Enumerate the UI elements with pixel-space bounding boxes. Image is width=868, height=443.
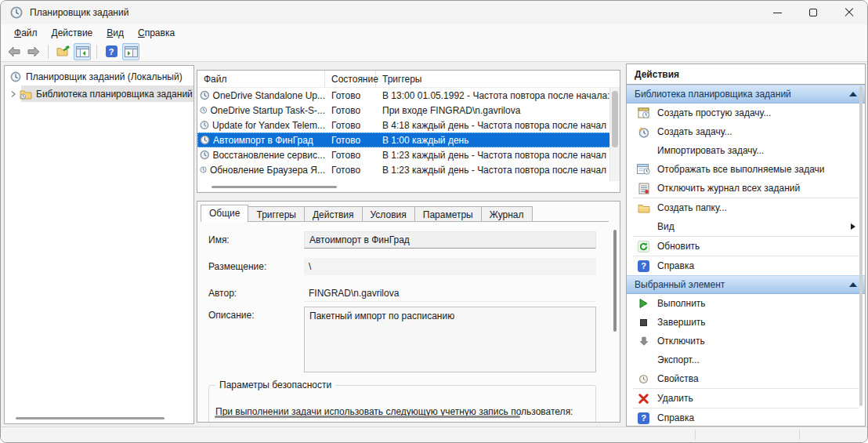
cell-file: OneDrive Startup Task-S-... — [211, 105, 326, 116]
tab-triggers[interactable]: Триггеры — [248, 206, 305, 222]
tree-item-scheduler-local[interactable]: Планировщик заданий (Локальный) — [5, 68, 193, 85]
table-row[interactable]: OneDrive Startup Task-S-... Готово При в… — [197, 103, 611, 118]
action-help[interactable]: ? Справка — [627, 256, 865, 275]
export-list-button[interactable] — [54, 43, 71, 60]
action-label: Создать простую задачу... — [657, 107, 771, 118]
menu-action[interactable]: Действие — [45, 25, 100, 41]
action-label: Отображать все выполняемые задачи — [657, 164, 825, 175]
close-icon — [844, 8, 854, 17]
menu-file[interactable]: Файл — [7, 25, 45, 41]
help-button[interactable]: ? — [103, 43, 120, 60]
actions-section-library-header[interactable]: Библиотека планировщика заданий — [627, 85, 865, 103]
author-value: FINGRAD\n.gavrilova — [304, 285, 596, 302]
action-create-basic-task[interactable]: Создать простую задачу... — [627, 103, 865, 122]
table-row[interactable]: Update for Yandex Telem... Готово В 4:18… — [197, 118, 611, 133]
action-display-running-tasks[interactable]: Отображать все выполняемые задачи — [627, 160, 865, 179]
toggle-action-pane-button[interactable] — [122, 43, 139, 60]
tab-conditions[interactable]: Условия — [362, 206, 415, 222]
no-icon — [637, 220, 650, 234]
menu-help[interactable]: Справка — [131, 25, 182, 41]
action-new-folder[interactable]: Создать папку... — [627, 198, 865, 217]
action-refresh[interactable]: Обновить — [627, 237, 865, 256]
maximize-button[interactable] — [795, 1, 831, 24]
section-header-label: Библиотека планировщика заданий — [635, 89, 791, 100]
description-label: Описание: — [208, 307, 304, 372]
column-header-file[interactable]: Файл — [197, 71, 325, 87]
task-clock-icon — [200, 120, 209, 130]
library-folder-icon — [20, 89, 33, 100]
action-create-task[interactable]: Создать задачу... — [627, 122, 865, 141]
clock-icon — [10, 71, 21, 82]
create-task-icon — [637, 125, 650, 139]
details-vertical-scrollbar[interactable] — [613, 230, 617, 332]
forward-button[interactable] — [25, 43, 42, 60]
action-disable-all-tasks-history[interactable]: Отключить журнал всех заданий — [627, 179, 865, 198]
properties-icon — [637, 372, 650, 386]
action-properties[interactable]: Свойства — [627, 369, 865, 388]
expand-chevron-icon[interactable] — [10, 90, 16, 98]
action-label: Создать папку... — [657, 202, 727, 213]
table-horizontal-scrollbar[interactable] — [212, 186, 337, 188]
actions-section-selected-item-header[interactable]: Выбранный элемент — [627, 275, 865, 294]
minimize-button[interactable] — [759, 1, 795, 24]
table-row-selected[interactable]: Автоимпорт в ФинГрад Готово В 1:00 кажды… — [197, 133, 611, 147]
scrollbar-thumb[interactable] — [612, 91, 618, 147]
action-import-task[interactable]: Импортировать задачу... — [627, 141, 865, 160]
tab-settings[interactable]: Параметры — [414, 206, 482, 222]
tree-horizontal-scrollbar[interactable] — [16, 417, 165, 419]
cell-state: Готово — [325, 90, 376, 101]
back-button[interactable] — [5, 43, 23, 60]
action-pane-icon — [125, 46, 138, 57]
tab-history[interactable]: Журнал — [481, 206, 533, 222]
close-button[interactable] — [831, 1, 867, 24]
column-header-triggers[interactable]: Триггеры — [376, 71, 620, 87]
journal-icon — [637, 182, 650, 195]
tab-actions[interactable]: Действия — [304, 206, 363, 222]
tree-item-task-library[interactable]: Библиотека планировщика заданий — [5, 85, 193, 102]
table-vertical-scrollbar[interactable] — [609, 88, 620, 181]
section-header-label: Выбранный элемент — [635, 279, 725, 290]
details-horizontal-scrollbar[interactable] — [215, 416, 520, 418]
action-help-selected[interactable]: ? Справка — [627, 409, 865, 427]
delete-icon — [637, 392, 650, 405]
table-row[interactable]: Восстановление сервис... Готово В 1:23 к… — [197, 147, 611, 162]
action-export[interactable]: Экспорт... — [627, 350, 865, 369]
menu-view[interactable]: Вид — [99, 25, 131, 41]
tab-general[interactable]: Общие — [201, 205, 248, 222]
help-icon: ? — [106, 45, 118, 57]
status-bar — [1, 427, 867, 442]
collapse-icon[interactable] — [849, 92, 857, 96]
action-label: Обновить — [657, 241, 700, 252]
actions-vertical-scrollbar[interactable] — [858, 86, 864, 423]
cell-triggers: В 1:23 каждый день - Частота повтора пос… — [376, 150, 611, 161]
action-disable[interactable]: Отключить — [627, 332, 865, 350]
action-label: Справка — [657, 260, 694, 271]
help-icon: ? — [637, 260, 650, 273]
table-row[interactable]: OneDrive Standalone Up... Готово В 13:00… — [197, 88, 611, 103]
column-header-state[interactable]: Состояние — [325, 71, 376, 87]
toggle-console-tree-button[interactable] — [74, 43, 91, 60]
table-row[interactable]: Обновление Браузера Я... Готово В 1:23 к… — [197, 162, 611, 177]
action-view-menu[interactable]: Вид — [627, 217, 865, 236]
action-run[interactable]: Выполнить — [627, 294, 865, 313]
collapse-icon[interactable] — [849, 282, 857, 287]
toolbar-separator — [96, 45, 97, 59]
task-clock-icon — [200, 135, 210, 145]
name-field: Автоимпорт в ФинГрад — [304, 231, 596, 249]
table-header: Файл Состояние Триггеры — [197, 71, 620, 88]
location-value: \ — [304, 258, 596, 275]
running-tasks-icon — [637, 163, 650, 176]
action-end[interactable]: Завершить — [627, 313, 865, 332]
cell-state: Готово — [325, 165, 376, 176]
stop-icon — [637, 316, 650, 329]
cell-file: Update for Yandex Telem... — [212, 120, 325, 131]
task-scheduler-window: Планировщик заданий Файл Действие Вид Сп… — [0, 0, 868, 443]
action-delete[interactable]: Удалить — [627, 389, 865, 408]
action-label: Отключить — [657, 336, 705, 347]
scrollbar-thumb[interactable] — [859, 86, 863, 406]
console-tree-icon — [76, 46, 89, 57]
cell-file: Восстановление сервис... — [212, 150, 325, 161]
task-clock-icon — [200, 105, 208, 115]
cell-state: Готово — [325, 120, 376, 131]
action-label: Свойства — [657, 373, 699, 384]
